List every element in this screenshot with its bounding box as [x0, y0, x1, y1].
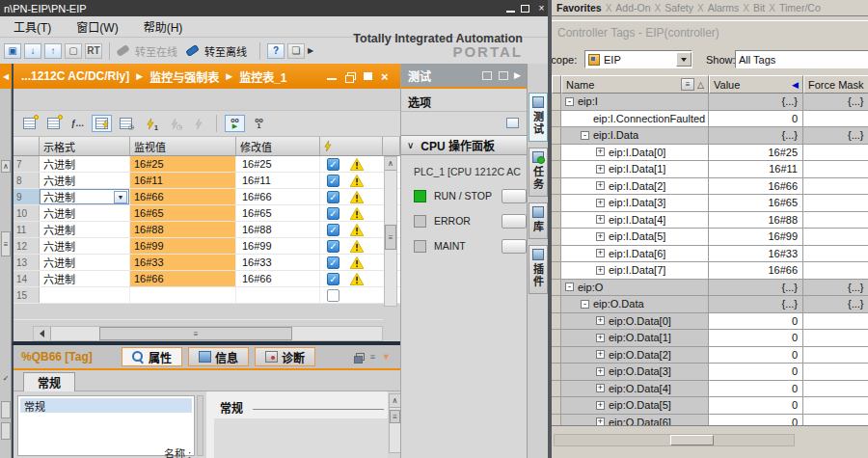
panel-expand-icon[interactable]: ▶: [514, 70, 521, 80]
tag-name-cell[interactable]: + eip:I.Data[6]: [561, 246, 709, 262]
tag-row[interactable]: + eip:O.Data[3] 0: [552, 364, 868, 381]
tag-value-cell[interactable]: 16#88: [709, 212, 803, 229]
modify-enable-checkbox[interactable]: ✓: [327, 273, 339, 285]
insert-comment-icon[interactable]: ƒ…: [68, 115, 88, 132]
monitor-once-icon[interactable]: ◷: [116, 115, 136, 132]
tag-name-cell[interactable]: + eip:I.Data[0]: [561, 145, 709, 161]
inspector-tab[interactable]: 属性: [122, 347, 182, 366]
row-selector-cell[interactable]: [552, 296, 561, 312]
inspector-restore-icon[interactable]: [354, 353, 364, 362]
row-selector-cell[interactable]: [552, 280, 561, 296]
modify-column-header[interactable]: 修改值: [236, 137, 320, 156]
watch-table-row[interactable]: 13 六进制 ▼ 16#33 16#33 ✓: [14, 255, 400, 271]
row-selector-cell[interactable]: [552, 381, 561, 397]
inspector-scrollbar[interactable]: ∧ ≡: [389, 393, 400, 453]
go-online-icon[interactable]: [116, 44, 130, 57]
tag-value-cell[interactable]: 0: [709, 381, 803, 397]
row-selector-cell[interactable]: [552, 212, 561, 229]
expand-collapse-icon[interactable]: +: [596, 367, 605, 376]
modify-value-cell[interactable]: 16#65: [236, 205, 320, 221]
tag-name-cell[interactable]: + eip:O.Data[0]: [561, 313, 709, 330]
expand-collapse-icon[interactable]: +: [596, 334, 605, 342]
tag-force-mask-cell[interactable]: [803, 364, 868, 380]
row-number-cell[interactable]: 7: [14, 156, 40, 172]
tag-grid-horizontal-scrollbar[interactable]: [554, 434, 795, 446]
row-selector-cell[interactable]: [552, 178, 561, 195]
panel-collapse-icon[interactable]: [499, 71, 508, 80]
tag-value-cell[interactable]: {...}: [709, 280, 803, 296]
modify-enable-checkbox[interactable]: ✓: [327, 224, 339, 236]
tag-name-cell[interactable]: + eip:O.Data[2]: [561, 347, 709, 364]
watch-table-row[interactable]: 11 六进制 ▼ 16#88 16#88 ✓: [14, 222, 400, 238]
row-selector-cell[interactable]: [552, 127, 561, 144]
expand-collapse-icon[interactable]: +: [596, 401, 605, 410]
row-selector-cell[interactable]: [552, 195, 561, 211]
modify-enable-checkbox[interactable]: ✓: [327, 191, 339, 203]
palette-tab[interactable]: Safety: [663, 2, 695, 13]
expand-collapse-icon[interactable]: +: [596, 249, 605, 257]
tag-value-cell[interactable]: 0: [709, 313, 803, 330]
help-icon[interactable]: ?: [267, 43, 285, 59]
scroll-up-icon[interactable]: ∧: [390, 394, 400, 408]
editor-minimize-icon[interactable]: [327, 73, 337, 80]
row-number-cell[interactable]: 15: [14, 287, 40, 303]
tag-value-cell[interactable]: {...}: [709, 296, 803, 312]
modify-with-trigger-icon[interactable]: ◷: [164, 115, 184, 132]
tag-value-cell[interactable]: 16#99: [709, 229, 803, 245]
tag-force-mask-cell[interactable]: {...}: [803, 296, 868, 312]
tag-row[interactable]: + eip:O.Data[0] 0: [552, 313, 868, 331]
tag-force-mask-cell[interactable]: {...}: [803, 127, 868, 144]
tag-row[interactable]: + eip:O.Data[1] 0: [552, 330, 868, 347]
row-selector-cell[interactable]: [552, 111, 561, 127]
tag-force-mask-cell[interactable]: [803, 313, 868, 330]
download-to-device-icon[interactable]: ↓: [24, 43, 41, 59]
row-number-cell[interactable]: 13: [14, 255, 40, 270]
tag-force-mask-cell[interactable]: [803, 330, 868, 346]
tag-force-mask-cell[interactable]: [803, 212, 868, 229]
tag-force-mask-cell[interactable]: [803, 178, 868, 195]
modify-value-cell[interactable]: 16#88: [236, 222, 320, 237]
trigger-monitor-icon[interactable]: oo▶: [225, 115, 245, 132]
tag-value-cell[interactable]: 16#11: [709, 161, 803, 177]
row-number-cell[interactable]: 10: [14, 205, 40, 221]
row-number-cell[interactable]: 9: [14, 189, 40, 204]
modify-enable-checkbox[interactable]: ✓: [327, 289, 339, 302]
inspector-tab[interactable]: 诊断: [255, 347, 315, 366]
save-project-icon[interactable]: ▣: [4, 43, 21, 59]
tag-force-mask-cell[interactable]: [803, 262, 868, 279]
display-format-cell[interactable]: 六进制 ▼: [40, 238, 130, 254]
tag-force-mask-cell[interactable]: [803, 246, 868, 262]
modify-enable-checkbox[interactable]: ✓: [327, 175, 339, 187]
tag-value-cell[interactable]: 16#66: [709, 262, 803, 279]
editor-close-icon[interactable]: ×: [381, 72, 391, 81]
tag-force-mask-cell[interactable]: [803, 111, 868, 127]
minimize-icon[interactable]: [506, 5, 515, 13]
monitor-value-cell[interactable]: [130, 287, 236, 303]
cpu-panel-button[interactable]: [502, 239, 527, 254]
tag-name-cell[interactable]: + eip:O.Data[4]: [561, 381, 709, 397]
tag-name-cell[interactable]: + eip:I.Data[4]: [561, 212, 709, 229]
trigger-once-icon[interactable]: oo1: [249, 115, 269, 132]
inspector-splitter[interactable]: [197, 395, 203, 456]
task-card-tab[interactable]: 测试: [529, 93, 548, 142]
menu-item[interactable]: 窗口(W): [76, 18, 118, 35]
tag-force-mask-cell[interactable]: [803, 229, 868, 245]
tag-value-cell[interactable]: 0: [709, 364, 803, 380]
modify-now-icon[interactable]: [188, 115, 208, 132]
vertical-scroll-thumb[interactable]: ≡: [385, 225, 396, 250]
sort-ascending-icon[interactable]: △: [697, 80, 704, 90]
row-number-cell[interactable]: 11: [14, 222, 40, 237]
tag-name-cell[interactable]: + eip:O.Data[3]: [561, 364, 709, 380]
display-format-cell[interactable]: 六进制 ▼: [40, 205, 130, 221]
row-number-cell[interactable]: 14: [14, 271, 40, 286]
float-window-icon[interactable]: [506, 118, 519, 128]
task-card-tab[interactable]: 插件: [529, 245, 548, 294]
modify-value-cell[interactable]: 16#25: [236, 156, 320, 172]
tag-name-cell[interactable]: + eip:I.Data[1]: [561, 161, 709, 177]
tag-value-cell[interactable]: 16#65: [709, 195, 803, 211]
modify-value-cell[interactable]: 16#66: [236, 271, 320, 286]
tag-row[interactable]: + eip:O.Data[5] 0: [552, 397, 868, 415]
row-number-cell[interactable]: 12: [14, 238, 40, 254]
expand-collapse-icon[interactable]: +: [596, 148, 605, 156]
row-selector-cell[interactable]: [552, 145, 561, 161]
